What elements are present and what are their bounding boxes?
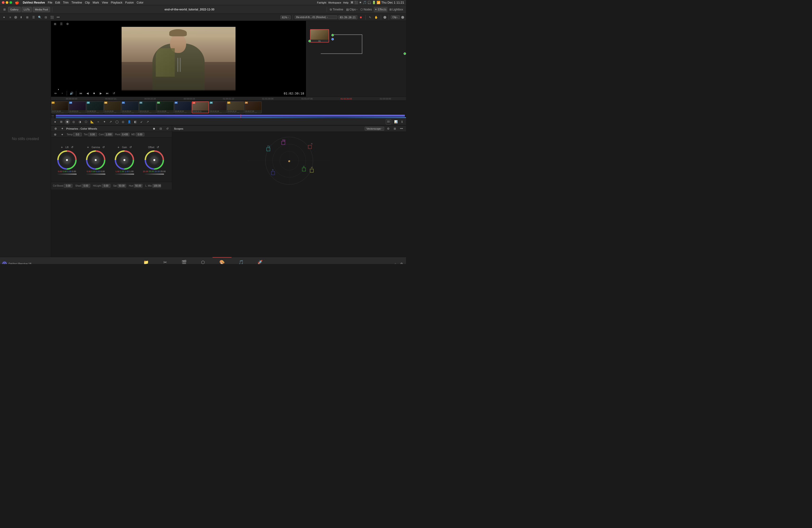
- clip-name-display[interactable]: the-end-of-th...-01 (Resolve) ▾: [295, 15, 337, 19]
- flag-icon[interactable]: ✦: [60, 132, 65, 137]
- gamma-add-icon[interactable]: +: [85, 145, 90, 150]
- clip-17[interactable]: 17 01:57:34:05 Apple ProRes 444...: [51, 101, 68, 113]
- clip-23[interactable]: 23 02:11:03:06 Apple ProRes 444...: [157, 101, 174, 113]
- dock-color[interactable]: 🎨 Color: [213, 257, 232, 264]
- pivot-value[interactable]: 0.435: [121, 133, 129, 136]
- clip-26[interactable]: 26 03:13:42:18 Apple ProRes 444...: [209, 101, 227, 113]
- tool3-icon[interactable]: ⬇: [18, 15, 24, 20]
- color-tool8[interactable]: ≈: [96, 119, 101, 124]
- waveform-icon[interactable]: 📊: [393, 119, 398, 124]
- color-tool16[interactable]: ↗: [145, 119, 150, 124]
- color-tool11[interactable]: ◯: [114, 119, 119, 124]
- clip-21[interactable]: 21 02:10:59:14 Apple ProRes 444...: [121, 101, 139, 113]
- lift-wheel[interactable]: [57, 150, 77, 170]
- shad-value[interactable]: 0.00: [82, 184, 90, 188]
- gain-slider[interactable]: [115, 174, 134, 175]
- gallery-button[interactable]: Gallery: [8, 7, 21, 12]
- stop-icon[interactable]: ■: [91, 91, 97, 96]
- temp-value[interactable]: 0.0: [73, 133, 82, 136]
- color-tool12[interactable]: ◎: [120, 119, 126, 124]
- primaries-adjust-icon[interactable]: ⊟: [158, 126, 163, 131]
- close-button[interactable]: [2, 1, 4, 4]
- tool7-icon[interactable]: ⊟: [43, 15, 48, 20]
- lift-reset-icon[interactable]: ↺: [70, 145, 75, 150]
- gamma-wheel[interactable]: [86, 150, 105, 170]
- node-input-dot[interactable]: [308, 40, 311, 42]
- primaries-reset-icon[interactable]: ↺: [165, 126, 170, 131]
- node-output-blue-dot[interactable]: [331, 38, 334, 40]
- clip-22[interactable]: 22 02:11:01:13 Apple ProRes 444...: [139, 101, 156, 113]
- playback-menu[interactable]: Playback: [111, 1, 122, 4]
- effects-button[interactable]: ✦ Effects: [374, 7, 387, 12]
- trim-menu[interactable]: Trim: [63, 1, 69, 4]
- color-tool9[interactable]: ✦: [102, 119, 107, 124]
- tool8-icon[interactable]: ⬛: [49, 15, 55, 20]
- color-tool14[interactable]: ◧: [133, 119, 138, 124]
- node-output-green-dot[interactable]: [331, 34, 334, 36]
- step-back-icon[interactable]: ◀: [85, 91, 90, 96]
- info-icon[interactable]: ℹ: [400, 119, 405, 124]
- lightbox-button[interactable]: ⊞ Lightbox: [389, 7, 404, 12]
- scope-more-icon[interactable]: •••: [399, 126, 404, 131]
- mark-menu[interactable]: Mark: [92, 1, 99, 4]
- tool1-icon[interactable]: ✦: [1, 15, 6, 20]
- dock-deliver[interactable]: 🚀 Deliver: [250, 257, 270, 264]
- lift-slider[interactable]: [57, 174, 77, 175]
- help-menu[interactable]: Help: [343, 1, 349, 4]
- dock-fusion[interactable]: ⬡ Fusion: [193, 257, 213, 264]
- preview-settings-icon[interactable]: ⚙: [65, 21, 70, 27]
- color-tool7[interactable]: 📐: [89, 119, 95, 124]
- fairlight-menu[interactable]: Fairlight: [317, 1, 326, 4]
- timeline-menu[interactable]: Timeline: [71, 1, 82, 4]
- gamma-reset-icon[interactable]: ↺: [101, 145, 106, 150]
- auto-icon[interactable]: ⊕: [53, 132, 58, 137]
- clip-27[interactable]: 27 03:39:26:12 Apple ProRes 444...: [227, 101, 244, 113]
- hand-tool[interactable]: ✋: [374, 15, 379, 20]
- preview-grid-icon[interactable]: ⊞: [53, 21, 58, 27]
- minimize-button[interactable]: [6, 1, 8, 4]
- highlight-value[interactable]: 0.00: [102, 184, 111, 188]
- home-icon[interactable]: ⌂: [393, 261, 398, 264]
- gain-wheel[interactable]: [115, 150, 134, 170]
- primaries-icon2[interactable]: ✦: [60, 126, 65, 131]
- node-01[interactable]: 01: [310, 29, 329, 43]
- clip-mode-selector[interactable]: Clip ▾: [391, 15, 400, 19]
- tool4-icon[interactable]: ⊞: [25, 15, 30, 20]
- skip-back-icon[interactable]: ⏮: [78, 91, 83, 96]
- clip-25[interactable]: 25 03:39:20:21 Apple ProRes 444...: [192, 101, 209, 113]
- tool6-icon[interactable]: 🔍: [37, 15, 42, 20]
- cursor-tool[interactable]: ↖: [367, 15, 373, 20]
- dock-fairlight[interactable]: 🎵 Fairlight: [232, 257, 250, 264]
- timeline-icon[interactable]: ⧉ Timeline: [329, 7, 344, 12]
- record-icon[interactable]: ⏺: [358, 15, 363, 20]
- color-tool13[interactable]: 👤: [127, 119, 132, 124]
- color-tool4[interactable]: ◎: [71, 119, 76, 124]
- scope-expand-icon[interactable]: ⊞: [392, 126, 397, 131]
- loop-icon[interactable]: ↺: [111, 91, 117, 96]
- clip-menu[interactable]: Clip: [85, 1, 90, 4]
- tool5-icon[interactable]: ☰: [31, 15, 36, 20]
- clips-button[interactable]: ▤ Clips ▾: [345, 7, 359, 12]
- fullscreen-button[interactable]: [10, 1, 12, 4]
- clip-19[interactable]: 19 01:08:50:22 Apple ProRes 444...: [86, 101, 103, 113]
- pencil-tool-icon[interactable]: ✏: [53, 91, 58, 96]
- node-final-output-dot[interactable]: [404, 53, 406, 55]
- gain-reset-icon[interactable]: ↺: [128, 145, 133, 150]
- scope-settings-icon[interactable]: ⚙: [386, 126, 391, 131]
- apple-menu[interactable]: 🍎: [15, 1, 19, 4]
- media-pool-button[interactable]: Media Pool: [33, 7, 50, 12]
- grid-icon[interactable]: ⊞: [2, 7, 7, 12]
- zoom-selector[interactable]: 61% ▾: [280, 15, 291, 19]
- color-tool3-active[interactable]: ⏺: [65, 119, 70, 124]
- clip-20[interactable]: 20 01:44:29:09 Apple ProRes 444...: [104, 101, 121, 113]
- 3d-toggle[interactable]: 3D: [386, 119, 391, 124]
- offset-wheel[interactable]: [145, 150, 164, 170]
- offset-reset-icon[interactable]: ↺: [155, 145, 160, 150]
- dock-edit[interactable]: 🎬 Edit: [174, 257, 193, 264]
- color-tool15[interactable]: ↙: [139, 119, 144, 124]
- sat-value[interactable]: 50.00: [117, 184, 126, 188]
- dock-cut[interactable]: ✂ Cut: [156, 257, 174, 264]
- app-name-menu[interactable]: DaVinci Resolve: [23, 1, 45, 4]
- view-menu[interactable]: View: [102, 1, 108, 4]
- nodes-button[interactable]: ⬡ Nodes: [360, 7, 373, 12]
